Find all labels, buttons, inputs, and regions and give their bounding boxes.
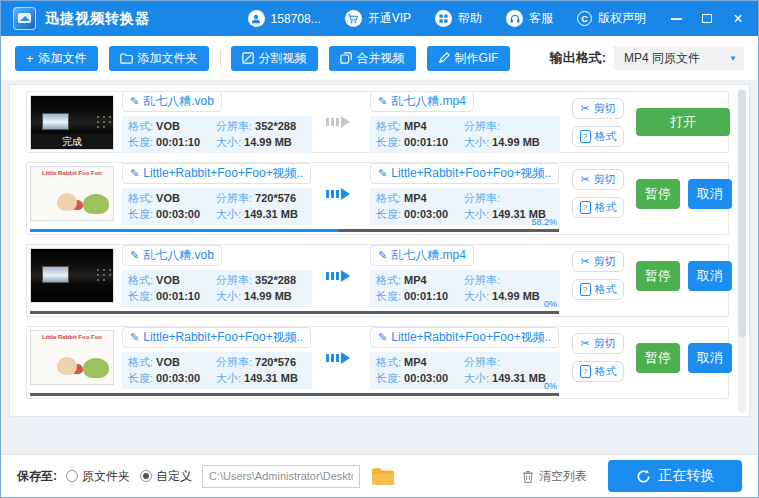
format-value: MP4 (404, 274, 427, 286)
add-folder-button[interactable]: 添加文件夹 (109, 46, 209, 71)
cut-button[interactable]: ✂ 剪切 (572, 251, 624, 272)
cut-button[interactable]: ✂ 剪切 (572, 169, 624, 190)
format-label: 格式 (595, 200, 617, 215)
pause-button[interactable]: 暂停 (636, 179, 680, 209)
pause-button[interactable]: 暂停 (636, 261, 680, 291)
split-video-button[interactable]: 分割视频 (231, 46, 318, 71)
convert-button[interactable]: 正在转换 (608, 460, 742, 492)
source-file-block: ✎ 乱七八糟.vob 格式:VOB 分辨率:352*288 长度:00:01:1… (122, 245, 312, 307)
output-filename: 乱七八糟.mp4 (391, 247, 466, 264)
output-filename: Little+Rabbit+Foo+Foo+视频.. (391, 329, 551, 346)
size-label: 大小: (216, 208, 241, 220)
duration-value: 00:01:10 (404, 136, 448, 148)
resolution-label: 分辨率: (464, 120, 500, 132)
vip-label: 开通VIP (368, 10, 411, 27)
size-label: 大小: (464, 290, 489, 302)
output-info: 格式:MP4 分辨率: 长度:00:01:10 大小:14.99 MB (370, 270, 560, 307)
duration-value: 00:03:00 (404, 208, 448, 220)
close-icon: × (733, 11, 742, 27)
maximize-button[interactable] (699, 11, 715, 27)
close-button[interactable]: × (730, 11, 746, 27)
conversion-row: ✎ 乱七八糟.vob 格式:VOB 分辨率:352*288 长度:00:01:1… (26, 244, 729, 317)
account-button[interactable]: 158708... (248, 10, 321, 27)
row-tools: ✂ 剪切 ? 格式 (572, 169, 624, 218)
size-label: 大小: (216, 136, 241, 148)
cancel-button[interactable]: 取消 (688, 261, 732, 291)
vertical-scrollbar[interactable] (738, 88, 746, 413)
edit-pencil-icon: ✎ (130, 331, 139, 344)
cut-button[interactable]: ✂ 剪切 (572, 98, 624, 119)
window-controls: × (668, 11, 746, 27)
output-filename: Little+Rabbit+Foo+Foo+视频.. (391, 165, 551, 182)
pause-button[interactable]: 暂停 (636, 343, 680, 373)
conversion-row: 完成 ✎ 乱七八糟.vob 格式:VOB 分辨率:352*288 长度:00:0… (26, 91, 729, 153)
output-filename-button[interactable]: ✎ Little+Rabbit+Foo+Foo+视频.. (370, 327, 559, 348)
resolution-value: 352*288 (255, 120, 296, 132)
source-file-block: ✎ Little+Rabbit+Foo+Foo+视频.. 格式:VOB 分辨率:… (122, 163, 312, 225)
format-button[interactable]: ? 格式 (572, 279, 624, 300)
output-filename-button[interactable]: ✎ 乱七八糟.mp4 (370, 91, 474, 112)
thumbnail: 完成 (30, 95, 114, 150)
customer-service-button[interactable]: 客服 (506, 10, 553, 27)
cancel-button[interactable]: 取消 (688, 343, 732, 373)
copyright-button[interactable]: C 版权声明 (577, 10, 646, 27)
output-file-block: ✎ 乱七八糟.mp4 格式:MP4 分辨率: 长度:00:01:10 大小:14… (370, 245, 560, 307)
format-button[interactable]: ? 格式 (572, 361, 624, 382)
cut-button[interactable]: ✂ 剪切 (572, 333, 624, 354)
help-button[interactable]: 帮助 (435, 10, 482, 27)
thumbnail: Little Rabbit Foo Foo (30, 166, 114, 221)
scissors-icon: ✂ (580, 173, 589, 186)
radio-custom-folder[interactable]: 自定义 (140, 468, 192, 485)
size-value: 149.31 MB (492, 372, 546, 384)
vip-button[interactable]: 开通VIP (345, 10, 411, 27)
format-label: 格式 (595, 282, 617, 297)
edit-pencil-icon: ✎ (378, 167, 387, 180)
title-bar: 迅捷视频转换器 158708... 开通VIP 帮助 (1, 1, 758, 36)
radio-original-folder[interactable]: 原文件夹 (66, 468, 130, 485)
format-button[interactable]: ? 格式 (572, 126, 624, 147)
source-filename-button[interactable]: ✎ 乱七八糟.vob (122, 245, 222, 266)
format-label: 格式: (128, 356, 153, 368)
status-badge: 完成 (31, 134, 113, 149)
size-value: 14.99 MB (244, 290, 292, 302)
output-filename-button[interactable]: ✎ 乱七八糟.mp4 (370, 245, 474, 266)
output-file-block: ✎ 乱七八糟.mp4 格式:MP4 分辨率: 长度:00:01:10 大小:14… (370, 91, 560, 153)
cancel-button[interactable]: 取消 (688, 179, 732, 209)
headset-icon (506, 10, 523, 27)
edit-pencil-icon: ✎ (378, 249, 387, 262)
format-label: 格式: (376, 192, 401, 204)
progress-percent: 0% (544, 381, 557, 391)
browse-folder-button[interactable] (371, 467, 395, 486)
format-doc-icon: ? (580, 365, 591, 378)
scrollbar-thumb[interactable] (738, 90, 746, 337)
split-icon (242, 52, 254, 64)
make-gif-button[interactable]: 制作GIF (427, 46, 510, 71)
minimize-button[interactable] (668, 11, 684, 27)
conversion-list: 完成 ✎ 乱七八糟.vob 格式:VOB 分辨率:352*288 长度:00:0… (9, 84, 750, 417)
save-path-input[interactable] (202, 465, 360, 488)
duration-label: 长度: (128, 290, 153, 302)
titlebar-menu: 158708... 开通VIP 帮助 客服 C (248, 10, 646, 27)
duration-label: 长度: (376, 290, 401, 302)
source-filename-button[interactable]: ✎ 乱七八糟.vob (122, 91, 222, 112)
convert-arrow-icon (326, 270, 350, 282)
format-value: VOB (156, 192, 180, 204)
radio-custom-icon (140, 470, 152, 482)
clear-list-button[interactable]: 清空列表 (522, 468, 587, 485)
scissors-icon: ✂ (580, 337, 589, 350)
row-tools: ✂ 剪切 ? 格式 (572, 251, 624, 300)
output-filename-button[interactable]: ✎ Little+Rabbit+Foo+Foo+视频.. (370, 163, 559, 184)
source-info: 格式:VOB 分辨率:720*576 长度:00:03:00 大小:149.31… (122, 188, 312, 225)
open-button[interactable]: 打开 (636, 108, 730, 136)
source-filename: 乱七八糟.vob (143, 247, 214, 264)
row-tools: ✂ 剪切 ? 格式 (572, 98, 624, 147)
format-button[interactable]: ? 格式 (572, 197, 624, 218)
merge-video-button[interactable]: 合并视频 (329, 46, 416, 71)
duration-label: 长度: (128, 372, 153, 384)
format-value: VOB (156, 274, 180, 286)
source-filename-button[interactable]: ✎ Little+Rabbit+Foo+Foo+视频.. (122, 327, 311, 348)
source-filename-button[interactable]: ✎ Little+Rabbit+Foo+Foo+视频.. (122, 163, 311, 184)
output-format-select[interactable]: MP4 同原文件 ▼ (614, 46, 744, 70)
add-file-button[interactable]: + 添加文件 (15, 46, 98, 71)
refresh-icon (636, 469, 651, 484)
